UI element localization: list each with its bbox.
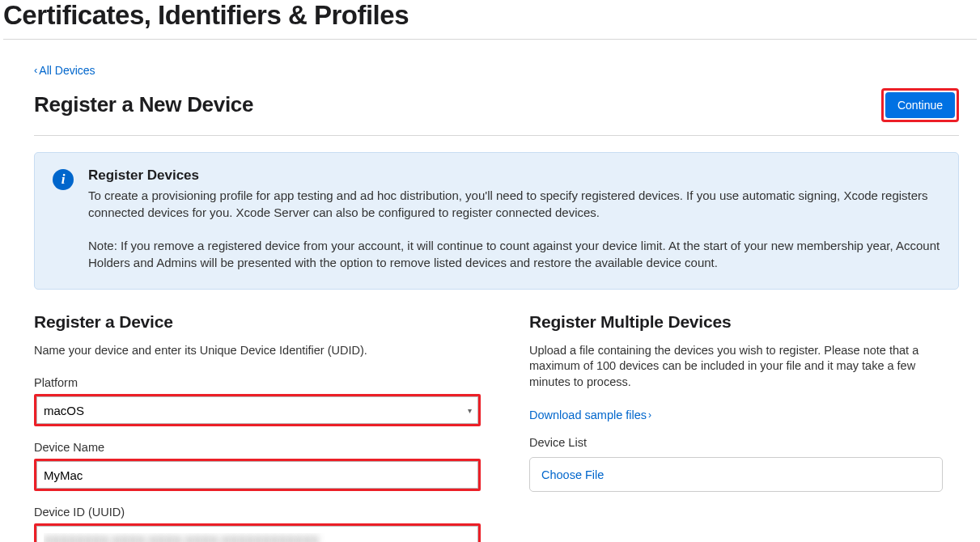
download-sample-link[interactable]: Download sample files › [529, 409, 651, 421]
register-device-desc: Name your device and enter its Unique De… [34, 343, 481, 359]
register-heading: Register a New Device [34, 92, 253, 117]
page-title: Certificates, Identifiers & Profiles [3, 0, 977, 40]
continue-highlight: Continue [881, 88, 959, 122]
choose-file-link[interactable]: Choose File [541, 468, 604, 481]
continue-button[interactable]: Continue [885, 92, 955, 118]
back-link-text: All Devices [39, 64, 95, 77]
register-multiple-title: Register Multiple Devices [529, 312, 943, 332]
device-list-label: Device List [529, 436, 943, 449]
info-title: Register Devices [88, 167, 940, 184]
device-id-label: Device ID (UUID) [34, 506, 481, 519]
back-all-devices-link[interactable]: ‹ All Devices [34, 64, 95, 77]
info-body: To create a provisioning profile for app… [88, 187, 940, 221]
file-upload-box[interactable]: Choose File [529, 457, 943, 492]
register-multiple-desc: Upload a file containing the devices you… [529, 343, 943, 391]
info-banner: i Register Devices To create a provision… [34, 152, 959, 290]
platform-select[interactable]: macOS [36, 396, 478, 424]
device-name-input[interactable] [36, 461, 478, 489]
register-device-title: Register a Device [34, 312, 481, 332]
info-note: Note: If you remove a registered device … [88, 237, 940, 271]
chevron-right-icon: › [648, 409, 651, 421]
chevron-left-icon: ‹ [34, 64, 37, 76]
download-sample-text: Download sample files [529, 409, 647, 421]
info-icon: i [53, 169, 74, 190]
device-id-input[interactable] [36, 526, 478, 542]
platform-label: Platform [34, 376, 481, 389]
device-name-label: Device Name [34, 441, 481, 454]
